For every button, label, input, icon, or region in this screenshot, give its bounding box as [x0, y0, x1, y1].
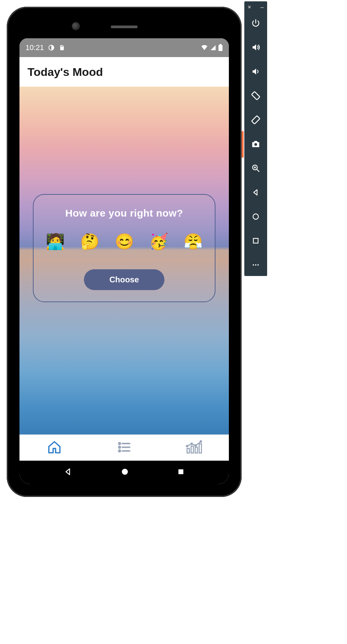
svg-rect-17: [219, 44, 221, 45]
home-icon[interactable]: [250, 211, 261, 222]
bar-chart-icon: [186, 440, 202, 456]
svg-point-21: [119, 443, 120, 444]
svg-rect-27: [199, 444, 201, 453]
app-body: How are you right now? 🧑‍💻 🤔 😊 🥳 😤 Choos…: [19, 87, 229, 434]
emulator-side-toolbar: × –: [244, 1, 267, 276]
app-header: Today's Mood: [19, 57, 229, 87]
bottom-nav: [19, 434, 229, 461]
svg-point-22: [119, 446, 120, 448]
overview-icon[interactable]: [250, 235, 261, 246]
bottom-nav-list[interactable]: [89, 435, 159, 461]
back-icon[interactable]: [250, 187, 261, 198]
power-icon[interactable]: [250, 17, 261, 29]
svg-point-10: [255, 264, 256, 266]
android-overview-button[interactable]: [177, 468, 185, 477]
svg-rect-0: [252, 92, 260, 100]
status-sd-card-icon: [59, 44, 65, 51]
svg-rect-15: [62, 46, 63, 47]
svg-rect-26: [195, 447, 197, 453]
status-sync-icon: [48, 44, 55, 51]
status-cellular-icon: [210, 45, 216, 51]
android-system-nav: [19, 461, 229, 484]
status-bar: 10:21: [19, 38, 229, 57]
svg-point-9: [253, 264, 254, 266]
emulator-close-button[interactable]: ×: [248, 4, 251, 10]
status-battery-icon: [218, 44, 223, 51]
phone-power-button: [242, 131, 244, 158]
emoji-options: 🧑‍💻 🤔 😊 🥳 😤: [43, 234, 205, 249]
svg-rect-33: [179, 469, 184, 474]
svg-rect-13: [61, 46, 62, 47]
list-icon: [117, 440, 132, 456]
phone-speaker: [111, 26, 138, 28]
svg-rect-25: [191, 446, 193, 453]
svg-rect-16: [218, 45, 222, 51]
home-outline-icon: [47, 440, 62, 456]
svg-point-31: [200, 441, 201, 442]
emoji-option-technologist[interactable]: 🧑‍💻: [46, 234, 65, 249]
emoji-option-angry[interactable]: 😤: [184, 234, 203, 249]
status-wifi-icon: [201, 45, 208, 51]
emoji-option-smile[interactable]: 😊: [115, 234, 134, 249]
svg-rect-14: [62, 46, 62, 47]
emoji-option-party[interactable]: 🥳: [149, 234, 168, 249]
phone-camera: [72, 22, 80, 30]
android-home-button[interactable]: [121, 468, 129, 477]
status-time: 10:21: [26, 43, 44, 52]
mood-card-prompt: How are you right now?: [43, 208, 205, 219]
svg-point-32: [122, 469, 128, 475]
bottom-nav-home[interactable]: [19, 435, 89, 461]
svg-point-23: [119, 450, 120, 452]
choose-button[interactable]: Choose: [84, 269, 164, 290]
page-title: Today's Mood: [28, 65, 103, 79]
emulator-minimize-button[interactable]: –: [260, 4, 264, 10]
phone-frame: 10:21: [7, 7, 242, 497]
svg-rect-24: [187, 448, 189, 453]
svg-point-7: [253, 214, 258, 219]
svg-rect-1: [252, 116, 260, 124]
bottom-nav-stats[interactable]: [159, 435, 229, 461]
svg-rect-8: [253, 238, 258, 243]
svg-point-28: [186, 445, 188, 447]
mood-card: How are you right now? 🧑‍💻 🤔 😊 🥳 😤 Choos…: [33, 194, 215, 302]
camera-icon[interactable]: [250, 138, 261, 150]
zoom-in-icon[interactable]: [250, 163, 261, 174]
svg-line-4: [257, 170, 259, 172]
phone-screen: 10:21: [19, 38, 229, 484]
android-back-button[interactable]: [64, 467, 72, 477]
emoji-option-thinking[interactable]: 🤔: [80, 234, 99, 249]
rotate-right-icon[interactable]: [250, 114, 261, 126]
volume-up-icon[interactable]: [250, 42, 261, 53]
rotate-left-icon[interactable]: [250, 90, 261, 101]
svg-point-30: [195, 445, 196, 446]
volume-down-icon[interactable]: [250, 66, 261, 77]
svg-point-2: [254, 143, 257, 146]
svg-point-29: [191, 443, 192, 444]
more-icon[interactable]: [250, 259, 261, 271]
svg-point-11: [257, 264, 259, 266]
